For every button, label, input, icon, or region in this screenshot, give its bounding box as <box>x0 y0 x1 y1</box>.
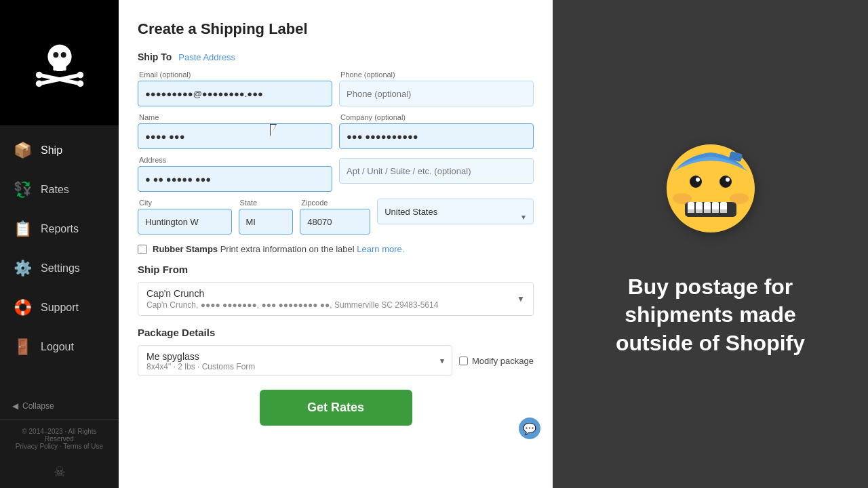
sidebar-item-ship[interactable]: 📦 Ship <box>0 131 119 170</box>
ship-from-select[interactable]: Cap'n Crunch Cap'n Crunch, ●●●● ●●●●●●●,… <box>138 282 534 316</box>
form-panel: Create a Shipping Label Ship To Paste Ad… <box>119 0 553 488</box>
svg-point-10 <box>35 80 42 87</box>
ship-from-address: Cap'n Crunch, ●●●● ●●●●●●●, ●●● ●●●●●●●●… <box>146 300 511 310</box>
city-field-wrapper: City <box>138 199 232 235</box>
svg-rect-24 <box>688 209 694 213</box>
learn-more-link[interactable]: Learn more. <box>357 244 404 254</box>
ship-to-header: Ship To Paste Address <box>138 52 534 62</box>
svg-point-17 <box>726 178 730 182</box>
svg-point-0 <box>47 44 71 68</box>
chat-support-button[interactable]: 💬 <box>519 418 540 439</box>
page-title: Create a Shipping Label <box>138 20 534 38</box>
sidebar-item-rates-label: Rates <box>41 184 69 196</box>
state-label: State <box>239 199 294 207</box>
sidebar-bottom-skull-icon: ☠ <box>0 458 119 485</box>
email-field-wrapper: Email (optional) <box>138 70 332 106</box>
name-label: Name <box>138 113 332 121</box>
svg-point-5 <box>60 52 66 58</box>
svg-rect-25 <box>696 209 703 213</box>
sidebar-item-rates[interactable]: 💱 Rates <box>0 170 119 209</box>
modify-package-row: Modify package <box>459 356 534 366</box>
country-select[interactable]: United States Canada United Kingdom Aust… <box>377 199 534 224</box>
package-details-section-title: Package Details <box>138 327 534 338</box>
state-field-wrapper: State <box>239 199 294 235</box>
email-input[interactable] <box>138 81 332 106</box>
ship-icon: 📦 <box>12 140 33 161</box>
svg-point-8 <box>35 71 42 78</box>
phone-input[interactable] <box>339 81 534 106</box>
collapse-arrow-icon: ◀ <box>12 401 18 411</box>
sidebar-item-settings-label: Settings <box>41 262 80 274</box>
rates-icon: 💱 <box>12 180 33 200</box>
package-select-wrapper: Me spyglass 8x4x4" · 2 lbs · Customs For… <box>138 345 452 376</box>
sidebar-navigation: 📦 Ship 💱 Rates 📋 Reports ⚙️ Settings 🛟 S… <box>0 125 119 393</box>
sidebar: 📦 Ship 💱 Rates 📋 Reports ⚙️ Settings 🛟 S… <box>0 0 119 488</box>
collapse-label: Collapse <box>22 401 54 411</box>
address-label: Address <box>138 156 332 164</box>
footer-copyright: © 2014–2023 · All Rights Reserved <box>12 428 106 443</box>
paste-address-link[interactable]: Paste Address <box>178 52 235 62</box>
settings-icon: ⚙️ <box>12 258 33 279</box>
phone-label: Phone (optional) <box>339 70 534 79</box>
rubber-stamps-description-text: Print extra information on the label <box>220 244 355 254</box>
footer-links: Privacy Policy · Terms of Use <box>12 443 106 450</box>
modify-package-label: Modify package <box>472 356 534 366</box>
sidebar-item-logout-label: Logout <box>41 341 74 353</box>
chat-icon: 💬 <box>523 422 536 435</box>
country-select-wrapper: United States Canada United Kingdom Aust… <box>377 199 534 235</box>
address-input[interactable] <box>138 166 332 192</box>
name-company-row: Name Company (optional) <box>138 113 534 149</box>
svg-point-16 <box>696 178 700 182</box>
right-promo-panel: Buy postage for shipments made outside o… <box>553 0 868 488</box>
svg-rect-26 <box>704 209 711 213</box>
ship-from-chevron-icon: ▼ <box>517 294 525 304</box>
ship-to-label: Ship To <box>138 52 172 62</box>
svg-rect-28 <box>720 209 727 213</box>
promo-text: Buy postage for shipments made outside o… <box>602 273 819 358</box>
city-state-zip-country-row: City State Zipcode United States Canada … <box>138 199 534 235</box>
svg-point-29 <box>673 193 692 204</box>
city-label: City <box>138 199 232 207</box>
name-input[interactable] <box>138 123 332 149</box>
zipcode-input[interactable] <box>300 209 370 235</box>
address2-field-wrapper <box>339 156 534 192</box>
modify-package-checkbox[interactable] <box>459 357 468 365</box>
sidebar-item-support-label: Support <box>41 302 79 314</box>
sidebar-item-reports-label: Reports <box>41 223 79 235</box>
get-rates-button[interactable]: Get Rates <box>260 390 412 426</box>
city-input[interactable] <box>138 209 232 235</box>
company-field-wrapper: Company (optional) <box>339 113 534 149</box>
address-row: Address <box>138 156 534 192</box>
company-input[interactable] <box>339 123 534 149</box>
sidebar-item-support[interactable]: 🛟 Support <box>0 288 119 327</box>
svg-point-14 <box>690 176 702 188</box>
sidebar-item-logout[interactable]: 🚪 Logout <box>0 327 119 367</box>
support-icon: 🛟 <box>12 298 33 318</box>
address2-input[interactable] <box>339 158 534 184</box>
svg-point-4 <box>53 52 58 58</box>
svg-point-30 <box>730 193 749 204</box>
sidebar-logo <box>0 0 119 125</box>
collapse-button[interactable]: ◀ Collapse <box>0 396 119 416</box>
rubber-stamps-checkbox[interactable] <box>138 245 147 254</box>
rubber-stamps-row: Rubber Stamps Print extra information on… <box>138 244 534 254</box>
email-phone-row: Email (optional) Phone (optional) <box>138 70 534 106</box>
svg-point-11 <box>77 80 83 87</box>
ship-from-section-title: Ship From <box>138 264 534 275</box>
package-details-info: 8x4x4" · 2 lbs · Customs Form <box>146 362 431 371</box>
rubber-stamps-label: Rubber Stamps Print extra information on… <box>153 244 404 254</box>
sidebar-footer: © 2014–2023 · All Rights Reserved Privac… <box>0 419 119 458</box>
email-label: Email (optional) <box>138 70 332 79</box>
sidebar-item-settings[interactable]: ⚙️ Settings <box>0 249 119 288</box>
svg-rect-3 <box>56 66 63 70</box>
package-row: Me spyglass 8x4x4" · 2 lbs · Customs For… <box>138 345 534 376</box>
package-select[interactable]: Me spyglass 8x4x4" · 2 lbs · Customs For… <box>138 345 452 376</box>
zipcode-label: Zipcode <box>300 199 370 207</box>
sidebar-item-reports[interactable]: 📋 Reports <box>0 209 119 249</box>
state-input[interactable] <box>239 209 294 235</box>
zipcode-field-wrapper: Zipcode <box>300 199 370 235</box>
ship-from-name: Cap'n Crunch <box>146 288 511 299</box>
svg-point-9 <box>77 71 83 78</box>
company-label: Company (optional) <box>339 113 534 121</box>
promo-emoji <box>656 131 765 253</box>
